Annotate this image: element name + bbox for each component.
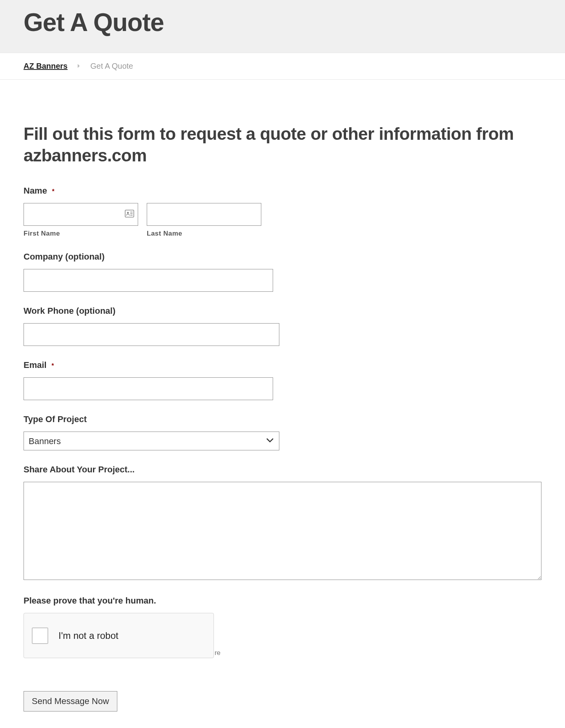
- required-star-icon: *: [52, 188, 54, 195]
- form-heading: Fill out this form to request a quote or…: [24, 123, 518, 166]
- recaptcha-brand: re: [215, 649, 221, 657]
- header-band: Get A Quote: [0, 0, 565, 53]
- project-type-label: Type Of Project: [24, 414, 87, 424]
- svg-point-1: [127, 212, 129, 214]
- chevron-right-icon: [77, 63, 81, 70]
- breadcrumb-band: AZ Banners Get A Quote: [0, 53, 565, 80]
- main-content: Fill out this form to request a quote or…: [0, 80, 541, 728]
- contact-card-icon: [125, 210, 134, 219]
- recaptcha-text: I'm not a robot: [58, 630, 118, 641]
- company-field-group: Company (optional): [24, 252, 518, 292]
- name-label: Name: [24, 186, 47, 196]
- breadcrumb-current: Get A Quote: [90, 62, 133, 71]
- first-name-sublabel: First Name: [24, 230, 138, 238]
- email-field-group: Email *: [24, 360, 518, 400]
- share-field-group: Share About Your Project...: [24, 465, 518, 582]
- last-name-input[interactable]: [147, 203, 261, 226]
- project-type-select[interactable]: Banners: [24, 432, 279, 450]
- submit-button[interactable]: Send Message Now: [24, 691, 117, 712]
- company-input[interactable]: [24, 269, 273, 292]
- first-name-input[interactable]: [24, 203, 138, 226]
- phone-field-group: Work Phone (optional): [24, 306, 518, 346]
- captcha-field-group: Please prove that you're human. I'm not …: [24, 596, 518, 658]
- share-textarea[interactable]: [24, 482, 541, 580]
- email-label: Email: [24, 360, 47, 370]
- phone-input[interactable]: [24, 323, 279, 346]
- phone-label: Work Phone (optional): [24, 306, 115, 316]
- name-field-group: Name *: [24, 186, 518, 238]
- breadcrumb: AZ Banners Get A Quote: [24, 62, 541, 71]
- captcha-label: Please prove that you're human.: [24, 596, 156, 606]
- last-name-sublabel: Last Name: [147, 230, 261, 238]
- breadcrumb-home-link[interactable]: AZ Banners: [24, 62, 67, 71]
- email-input[interactable]: [24, 377, 273, 400]
- recaptcha-box: I'm not a robot re: [24, 613, 214, 658]
- recaptcha-checkbox[interactable]: [32, 627, 48, 644]
- company-label: Company (optional): [24, 252, 105, 262]
- required-star-icon: *: [51, 362, 54, 369]
- project-type-field-group: Type Of Project Banners: [24, 414, 518, 450]
- share-label: Share About Your Project...: [24, 465, 135, 475]
- page-title: Get A Quote: [24, 0, 541, 53]
